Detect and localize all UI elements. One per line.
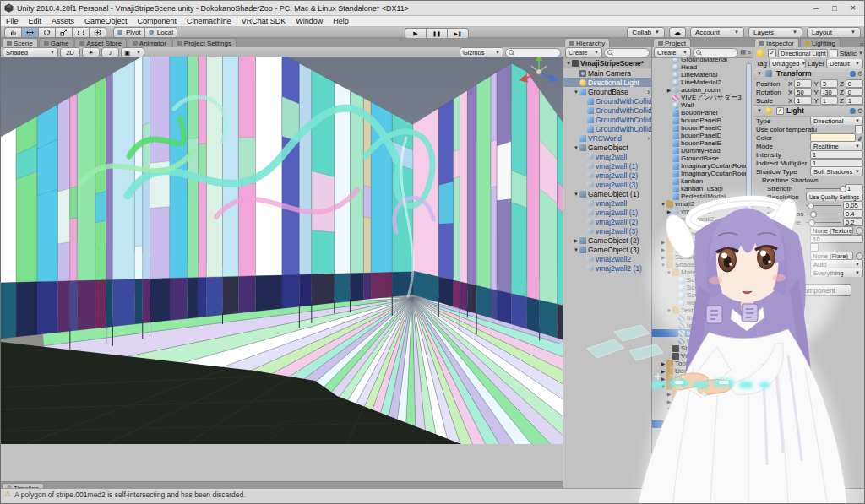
project-item[interactable]: VIVEアンバサダー3: [652, 94, 753, 101]
hierarchy-item[interactable]: GroundWithCollider2_lin: [563, 124, 651, 133]
hierarchy-item[interactable]: ▼GameObject: [563, 143, 651, 152]
gameobject-enabled-checkbox[interactable]: ✓: [768, 49, 776, 57]
tab-lighting[interactable]: Lighting: [800, 38, 841, 47]
layer-dropdown[interactable]: Default▼: [826, 59, 863, 68]
hierarchy-item[interactable]: vmaj2wall (1): [563, 161, 651, 171]
menu-help[interactable]: Help: [328, 16, 354, 27]
transform-tool-button[interactable]: [89, 27, 106, 38]
help-icon[interactable]: [850, 71, 856, 77]
tab-scene[interactable]: Scene: [2, 38, 38, 47]
close-button[interactable]: ×: [844, 2, 862, 14]
minimize-button[interactable]: ─: [807, 2, 825, 14]
hierarchy-item[interactable]: Main Camera: [563, 68, 651, 78]
transform-position-z-field[interactable]: 0: [846, 79, 863, 88]
hierarchy-item[interactable]: vmaj2wall: [563, 152, 651, 161]
project-item[interactable]: Wall: [652, 101, 753, 109]
project-options-icon[interactable]: ▤: [740, 49, 746, 56]
hand-tool-button[interactable]: [4, 27, 21, 38]
transform-scale-x-field[interactable]: 1: [794, 96, 812, 105]
tab-game[interactable]: Game: [39, 38, 74, 47]
inspector-menu-icon[interactable]: ≡: [860, 41, 865, 47]
maximize-button[interactable]: □: [825, 2, 844, 14]
project-item[interactable]: GroundBase: [652, 154, 753, 162]
hierarchy-item[interactable]: Directional Light: [563, 78, 651, 87]
project-item[interactable]: bouonPanelD: [652, 132, 753, 139]
hierarchy-create-dropdown[interactable]: Create▼: [565, 47, 602, 57]
transform-position-x-field[interactable]: 0: [794, 79, 812, 88]
hierarchy-item[interactable]: VRCWorld›: [563, 133, 651, 143]
collab-dropdown[interactable]: Collab▼: [627, 27, 665, 38]
project-item[interactable]: DummyHead: [652, 147, 753, 154]
titlebar[interactable]: Unity 2018.4.20f1 Personal - VmajiStripe…: [1, 1, 865, 16]
scene-search-input[interactable]: [505, 48, 561, 57]
color-temp-checkbox[interactable]: [855, 125, 863, 133]
menu-cinemachine[interactable]: Cinemachine: [182, 16, 237, 27]
rect-tool-button[interactable]: [72, 27, 89, 38]
foldout-arrow-icon[interactable]: ▼: [573, 145, 579, 150]
gear-icon[interactable]: ⚙: [857, 107, 863, 115]
scale-tool-button[interactable]: [55, 27, 72, 38]
hierarchy-item[interactable]: GroundWithCollider: [563, 96, 651, 106]
foldout-arrow-icon[interactable]: ▼: [573, 89, 579, 95]
tab-asset-store[interactable]: Asset Store: [74, 38, 126, 47]
menu-assets[interactable]: Assets: [46, 16, 79, 27]
transform-position-y-field[interactable]: 3: [820, 79, 838, 88]
project-item[interactable]: bouonPanelC: [652, 124, 753, 132]
menu-gameobject[interactable]: GameObject: [79, 16, 133, 27]
layout-dropdown[interactable]: Layout▼: [807, 27, 861, 38]
hierarchy-item[interactable]: GroundWithCollider2: [563, 106, 651, 115]
gameobject-name-field[interactable]: Directional Light: [778, 49, 828, 57]
menu-file[interactable]: File: [1, 16, 24, 27]
hierarchy-item[interactable]: ▼VmajiStripeScene*: [563, 58, 651, 68]
project-item[interactable]: Head: [652, 63, 753, 71]
cloud-button[interactable]: ☁: [669, 27, 686, 38]
project-item[interactable]: bouonPanelB: [652, 117, 753, 124]
hierarchy-search-input[interactable]: [604, 48, 650, 57]
tab-project[interactable]: Project: [653, 38, 691, 47]
transform-rotation-y-field[interactable]: -30: [820, 88, 838, 96]
layers-dropdown[interactable]: Layers▼: [748, 27, 802, 38]
gear-icon[interactable]: ⚙: [857, 70, 863, 78]
transform-rotation-x-field[interactable]: 50: [794, 88, 812, 96]
project-lock-icon[interactable]: ≡: [748, 50, 751, 56]
indirect-field[interactable]: 1: [810, 159, 863, 167]
hierarchy-item[interactable]: GroundWithCollider_line: [563, 115, 651, 124]
menu-vrchat-sdk[interactable]: VRChat SDK: [237, 16, 291, 27]
project-item[interactable]: ▶acutan_room: [652, 86, 753, 94]
hierarchy-item[interactable]: vmaj2wall (2): [563, 171, 651, 180]
eyedropper-icon[interactable]: [857, 134, 863, 141]
project-item[interactable]: ImaginaryOcutanRoom: [652, 170, 753, 177]
transform-scale-z-field[interactable]: 1: [846, 96, 863, 105]
project-search-input[interactable]: [693, 48, 738, 57]
project-create-dropdown[interactable]: Create▼: [654, 47, 691, 57]
menu-edit[interactable]: Edit: [24, 16, 47, 27]
light-header[interactable]: ▼ ✓ Light ⚙: [753, 105, 865, 117]
shadow-type-dropdown[interactable]: Soft Shadows▼: [810, 167, 863, 176]
transform-header[interactable]: ▼ Transform ⚙: [753, 68, 865, 79]
tab-project-settings[interactable]: Project Settings: [172, 38, 237, 47]
foldout-arrow-icon[interactable]: ▼: [565, 61, 572, 66]
tab-hierarchy[interactable]: Hierarchy: [564, 38, 610, 47]
account-dropdown[interactable]: Account▼: [690, 27, 744, 38]
help-icon[interactable]: [850, 108, 856, 114]
transform-rotation-z-field[interactable]: 0: [846, 88, 863, 96]
light-mode-dropdown[interactable]: Realtime▼: [810, 142, 863, 150]
foldout-arrow-icon[interactable]: ▶: [666, 87, 672, 93]
local-toggle[interactable]: Local: [145, 27, 177, 38]
project-item[interactable]: bouonPanelE: [652, 139, 753, 147]
transform-scale-y-field[interactable]: 1: [820, 96, 838, 105]
light-color-swatch[interactable]: [810, 133, 856, 142]
move-tool-button[interactable]: [21, 27, 38, 38]
hierarchy-item[interactable]: ▼GroundBase›: [563, 87, 651, 96]
project-item[interactable]: LineMaterial: [652, 71, 753, 79]
rotate-tool-button[interactable]: [38, 27, 55, 38]
light-type-dropdown[interactable]: Directional▼: [810, 117, 863, 125]
project-item[interactable]: ImaginaryOcutanRoom: [652, 162, 753, 170]
menu-window[interactable]: Window: [291, 16, 328, 27]
intensity-field[interactable]: 1: [810, 150, 863, 159]
light-enabled-checkbox[interactable]: ✓: [776, 107, 784, 115]
project-item[interactable]: LineMaterial2: [652, 79, 753, 86]
pivot-toggle[interactable]: Pivot: [113, 27, 145, 38]
static-checkbox[interactable]: [830, 49, 838, 57]
tab-inspector[interactable]: Inspector: [754, 38, 799, 47]
